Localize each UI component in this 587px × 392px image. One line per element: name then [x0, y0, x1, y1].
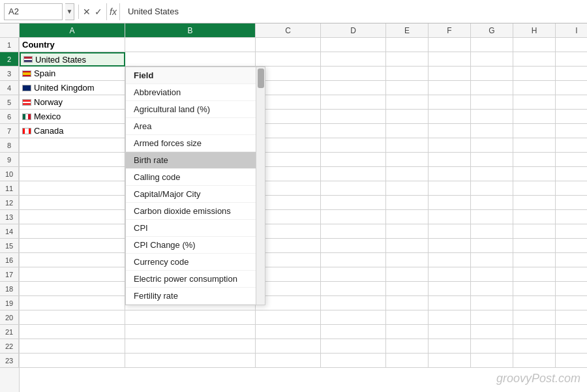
cell-d7[interactable]	[321, 124, 386, 138]
cell-f3[interactable]	[429, 67, 471, 81]
cell-i2[interactable]	[556, 52, 587, 67]
cell-a3[interactable]: Spain	[20, 67, 125, 81]
cell-h2[interactable]	[513, 52, 556, 67]
cell-g6[interactable]	[471, 110, 513, 124]
flag-no-icon	[22, 99, 31, 106]
cell-c5[interactable]	[256, 95, 321, 110]
cell-f4[interactable]	[429, 81, 471, 95]
dropdown-item-agricultural-land[interactable]: Agricultural land (%)	[126, 101, 256, 118]
cell-c4[interactable]	[256, 81, 321, 95]
cell-d5[interactable]	[321, 95, 386, 110]
cell-a1[interactable]: Country	[20, 38, 125, 52]
dropdown-item-cpi-change[interactable]: CPI Change (%)	[126, 237, 256, 254]
dropdown-item-capital-city[interactable]: Capital/Major City	[126, 186, 256, 203]
dropdown-item-calling-code[interactable]: Calling code	[126, 169, 256, 186]
cell-e7[interactable]	[386, 124, 429, 138]
dropdown-item-carbon-dioxide[interactable]: Carbon dioxide emissions	[126, 203, 256, 220]
cell-b1[interactable]	[125, 38, 256, 52]
cancel-icon[interactable]: ✕	[83, 7, 91, 17]
field-dropdown[interactable]: Field Abbreviation Agricultural land (%)…	[125, 67, 265, 305]
row-num-1: 1	[0, 38, 19, 52]
formula-value[interactable]: United States	[124, 3, 583, 20]
flag-mx-icon	[22, 113, 31, 120]
cell-b2[interactable]	[125, 52, 256, 67]
cell-a2[interactable]: United States	[20, 52, 125, 67]
cell-h5[interactable]	[513, 95, 556, 110]
cell-f2[interactable]	[429, 52, 471, 67]
cell-g1[interactable]	[471, 38, 513, 52]
cell-i6[interactable]	[556, 110, 587, 124]
bar-separator-1	[78, 5, 79, 19]
cell-d3[interactable]	[321, 67, 386, 81]
cell-a8[interactable]	[20, 138, 125, 153]
cell-f7[interactable]	[429, 124, 471, 138]
dropdown-item-armed-forces[interactable]: Armed forces size	[126, 135, 256, 152]
cell-f5[interactable]	[429, 95, 471, 110]
cell-d2[interactable]	[321, 52, 386, 67]
cell-g3[interactable]	[471, 67, 513, 81]
cell-ref-dropdown[interactable]: ▼	[65, 3, 74, 20]
cell-f1[interactable]	[429, 38, 471, 52]
col-header-a[interactable]: A	[20, 23, 125, 37]
cell-a7[interactable]: Canada	[20, 124, 125, 138]
cell-d1[interactable]	[321, 38, 386, 52]
cell-i1[interactable]	[556, 38, 587, 52]
row-numbers: 1 2 3 4 5 6 7 8 9 10 11 12 13 14 15 16 1…	[0, 38, 20, 392]
cell-a4[interactable]: United Kingdom	[20, 81, 125, 95]
dropdown-scrollbar[interactable]	[256, 67, 265, 305]
cell-i7[interactable]	[556, 124, 587, 138]
cell-d6[interactable]	[321, 110, 386, 124]
dropdown-item-area[interactable]: Area	[126, 118, 256, 135]
cell-c1[interactable]	[256, 38, 321, 52]
confirm-icon[interactable]: ✓	[95, 7, 102, 17]
scrollbar-thumb[interactable]	[258, 68, 264, 88]
cell-h3[interactable]	[513, 67, 556, 81]
cell-e5[interactable]	[386, 95, 429, 110]
table-row	[20, 339, 587, 354]
cell-h6[interactable]	[513, 110, 556, 124]
column-headers: A B C D E F G H I J K	[0, 23, 587, 38]
cell-e1[interactable]	[386, 38, 429, 52]
cell-c7[interactable]	[256, 124, 321, 138]
col-header-d[interactable]: D	[321, 23, 386, 37]
dropdown-item-currency-code[interactable]: Currency code	[126, 254, 256, 271]
cell-g2[interactable]	[471, 52, 513, 67]
cell-a5[interactable]: Norway	[20, 95, 125, 110]
cell-c6[interactable]	[256, 110, 321, 124]
col-header-g[interactable]: G	[471, 23, 513, 37]
cell-h7[interactable]	[513, 124, 556, 138]
cell-i3[interactable]	[556, 67, 587, 81]
cell-e6[interactable]	[386, 110, 429, 124]
col-header-c[interactable]: C	[256, 23, 321, 37]
col-header-i[interactable]: I	[556, 23, 587, 37]
cell-d4[interactable]	[321, 81, 386, 95]
row-num-17: 17	[0, 267, 19, 282]
cell-e2[interactable]	[386, 52, 429, 67]
dropdown-item-electric-power[interactable]: Electric power consumption	[126, 271, 256, 288]
cell-g5[interactable]	[471, 95, 513, 110]
cell-h1[interactable]	[513, 38, 556, 52]
dropdown-item-birth-rate[interactable]: Birth rate	[126, 152, 256, 169]
cell-i5[interactable]	[556, 95, 587, 110]
cell-c3[interactable]	[256, 67, 321, 81]
dropdown-item-fertility-rate[interactable]: Fertility rate	[126, 288, 256, 305]
row-num-23: 23	[0, 354, 19, 368]
cell-c2[interactable]	[256, 52, 321, 67]
cell-f6[interactable]	[429, 110, 471, 124]
dropdown-item-cpi[interactable]: CPI	[126, 220, 256, 237]
cell-a6[interactable]: Mexico	[20, 110, 125, 124]
cell-reference-box[interactable]: A2	[4, 3, 63, 20]
cell-e3[interactable]	[386, 67, 429, 81]
col-header-f[interactable]: F	[429, 23, 471, 37]
cell-g7[interactable]	[471, 124, 513, 138]
cell-g4[interactable]	[471, 81, 513, 95]
col-header-b[interactable]: B	[125, 23, 256, 37]
cell-h4[interactable]	[513, 81, 556, 95]
cells-area: Country United States	[20, 38, 587, 392]
cell-ref-text: A2	[8, 7, 19, 16]
col-header-e[interactable]: E	[386, 23, 429, 37]
cell-i4[interactable]	[556, 81, 587, 95]
cell-e4[interactable]	[386, 81, 429, 95]
dropdown-item-abbreviation[interactable]: Abbreviation	[126, 84, 256, 101]
col-header-h[interactable]: H	[513, 23, 556, 37]
